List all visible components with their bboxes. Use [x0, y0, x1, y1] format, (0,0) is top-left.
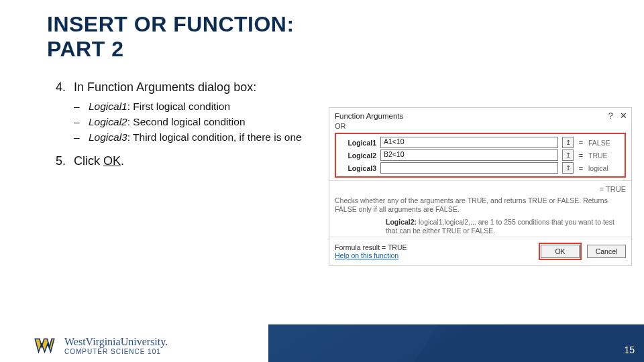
dialog-overall-result: = TRUE — [335, 185, 626, 194]
bullet-em: Logical1 — [89, 101, 127, 112]
help-link[interactable]: Help on this function — [335, 251, 407, 259]
dialog-arg-row: Logical1 A1<10 ↥ = FALSE — [337, 137, 623, 148]
slide-body: 4. In Function Arguments dialog box: – L… — [47, 80, 315, 174]
bullet-em: Logical3 — [89, 131, 127, 143]
step-4-number: 4. — [47, 80, 66, 95]
arg-equals: = — [578, 164, 584, 172]
step-5-ok: OK — [103, 154, 121, 168]
dialog-buttons: OK Cancel — [539, 243, 626, 260]
dialog-arg-desc-name: Logical2: — [386, 218, 417, 226]
arg-label: Logical3 — [337, 164, 376, 172]
dialog-bottom-left: Formula result = TRUE Help on this funct… — [335, 243, 407, 259]
bullet-rest: : Third logical condition, if there is o… — [127, 131, 302, 143]
bullet-em: Logical2 — [89, 116, 127, 127]
page-number: 15 — [624, 345, 635, 355]
brand-course: COMPUTER SCIENCE 101 — [64, 349, 168, 355]
bullet-text: Logical2: Second logical condition — [89, 115, 246, 129]
bullet-dash: – — [74, 131, 85, 145]
title-line-2: PART 2 — [47, 37, 123, 61]
arg-label: Logical2 — [337, 152, 376, 160]
step-5-post: . — [121, 154, 124, 168]
arg-equals: = — [578, 139, 584, 147]
bullet-text: Logical3: Third logical condition, if th… — [89, 131, 302, 145]
dialog-function-name: OR — [329, 122, 631, 133]
dialog-arguments-box: Logical1 A1<10 ↥ = FALSE Logical2 B2<10 … — [335, 133, 626, 178]
formula-result-value: TRUE — [388, 243, 407, 251]
cancel-button[interactable]: Cancel — [587, 245, 626, 258]
close-icon[interactable]: ✕ — [620, 111, 627, 121]
slide-footer: WestVirginiaUniversity. COMPUTER SCIENCE… — [0, 324, 644, 362]
bullet-item: – Logical3: Third logical condition, if … — [74, 131, 315, 145]
dialog-title-buttons: ? ✕ — [608, 111, 627, 121]
brand-text: WestVirginiaUniversity. COMPUTER SCIENCE… — [64, 337, 168, 355]
slide: INSERT OR FUNCTION: PART 2 4. In Functio… — [0, 0, 644, 362]
step-4: 4. In Function Arguments dialog box: — [47, 80, 315, 95]
arg-input[interactable]: A1<10 — [380, 137, 558, 148]
arg-input[interactable] — [380, 162, 558, 174]
function-arguments-dialog: Function Arguments ? ✕ OR Logical1 A1<10… — [329, 107, 632, 266]
bullet-rest: : Second logical condition — [127, 116, 246, 127]
arg-result: FALSE — [588, 139, 623, 147]
slide-title: INSERT OR FUNCTION: PART 2 — [47, 12, 294, 62]
arg-result: TRUE — [588, 152, 623, 160]
bullet-dash: – — [74, 100, 85, 114]
bullet-text: Logical1: First logical condition — [89, 100, 230, 114]
bullet-item: – Logical2: Second logical condition — [74, 115, 315, 129]
footer-bg-shape — [268, 324, 644, 362]
formula-result-label: Formula result = — [335, 243, 388, 251]
dialog-description-area: = TRUE Checks whether any of the argumen… — [329, 180, 631, 237]
help-icon[interactable]: ? — [608, 111, 613, 121]
step-5: 5. Click OK. — [47, 154, 315, 168]
dialog-titlebar: Function Arguments ? ✕ — [329, 108, 631, 122]
dialog-arg-desc: Logical2: logical1,logical2,... are 1 to… — [335, 218, 626, 235]
dialog-arg-row: Logical2 B2<10 ↥ = TRUE — [337, 149, 623, 161]
step-5-pre: Click — [74, 154, 103, 168]
title-line-1: INSERT OR FUNCTION: — [47, 12, 294, 36]
brand-university: WestVirginiaUniversity. — [64, 337, 168, 347]
range-selector-icon[interactable]: ↥ — [562, 137, 574, 148]
step-4-text: In Function Arguments dialog box: — [74, 80, 256, 95]
step-5-number: 5. — [47, 154, 66, 168]
ok-button-highlight: OK — [539, 243, 582, 260]
dialog-title: Function Arguments — [335, 112, 403, 120]
range-selector-icon[interactable]: ↥ — [562, 162, 574, 174]
dialog-arg-row: Logical3 ↥ = logical — [337, 162, 623, 174]
dialog-bottom-bar: Formula result = TRUE Help on this funct… — [329, 237, 631, 265]
bullet-rest: : First logical condition — [127, 101, 230, 112]
range-selector-icon[interactable]: ↥ — [562, 149, 574, 161]
formula-result: Formula result = TRUE — [335, 243, 407, 251]
bullet-item: – Logical1: First logical condition — [74, 100, 315, 114]
wvu-logo-icon — [34, 337, 58, 355]
dialog-function-desc: Checks whether any of the arguments are … — [335, 196, 626, 214]
bullet-dash: – — [74, 115, 85, 129]
bullet-list: – Logical1: First logical condition – Lo… — [74, 100, 315, 145]
brand-block: WestVirginiaUniversity. COMPUTER SCIENCE… — [34, 337, 168, 355]
ok-button[interactable]: OK — [541, 245, 580, 258]
arg-result: logical — [588, 164, 623, 172]
arg-label: Logical1 — [337, 139, 376, 147]
step-5-text: Click OK. — [74, 154, 124, 168]
dialog-arg-desc-text: logical1,logical2,... are 1 to 255 condi… — [386, 218, 614, 235]
arg-input[interactable]: B2<10 — [380, 149, 558, 161]
arg-equals: = — [578, 152, 584, 160]
